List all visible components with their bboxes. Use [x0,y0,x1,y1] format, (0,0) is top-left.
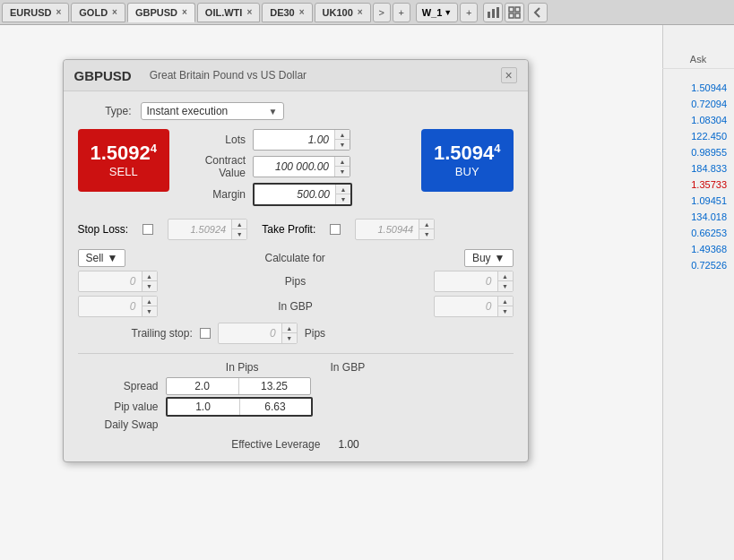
spread-label: Spread [78,380,159,392]
stats-section: In Pips In GBP Spread 2.0 13.25 [78,361,514,431]
trailing-spin-up[interactable]: ▲ [282,323,297,333]
contract-spin-up[interactable]: ▲ [335,157,350,167]
calc-row-gbp: ▲ ▼ In GBP ▲ ▼ [78,296,514,317]
contract-spin-down[interactable]: ▼ [335,167,350,177]
type-select[interactable]: Instant execution ▼ [141,102,284,120]
lots-spin-up[interactable]: ▲ [335,130,350,140]
stop-loss-spin-down[interactable]: ▼ [232,229,246,239]
tab-eurusd-close[interactable]: × [56,7,61,17]
calc-sell-button[interactable]: Sell ▼ [78,249,126,267]
sell-price-sup: 4 [151,142,157,155]
order-dialog: GBPUSD Great Britain Pound vs US Dollar … [63,59,529,462]
effective-leverage-label: Effective Leverage [231,438,320,451]
grid-view-button[interactable] [505,3,524,22]
sell-button[interactable]: 1.50924 SELL [78,129,170,192]
trailing-input[interactable] [219,325,281,341]
gbp-spin-right-down[interactable]: ▼ [498,306,513,316]
buy-button[interactable]: 1.50944 BUY [421,129,514,192]
calc-sell-label: Sell [86,252,104,264]
daily-swap-row: Daily Swap [78,418,514,431]
tab-de30[interactable]: DE30 × [262,3,312,22]
chart-type-button[interactable] [483,3,503,22]
gbp-spin-left-down[interactable]: ▼ [142,306,157,316]
trailing-spin-down[interactable]: ▼ [282,333,297,343]
take-profit-input-group: 1.50944 ▲ ▼ [355,219,435,240]
take-profit-checkbox[interactable] [330,224,341,235]
contract-row: Contract Value ▲ ▼ [178,154,412,179]
calculate-for-label: Calculate for [125,252,464,264]
tab-gold[interactable]: GOLD × [71,3,125,22]
tab-uk100-close[interactable]: × [358,7,363,17]
timeframe-arrow-icon: ▼ [444,3,452,22]
ask-item-8: 134.018 [667,210,730,224]
tab-eurusd[interactable]: EURUSD × [2,3,69,22]
tab-gold-close[interactable]: × [112,7,117,17]
pips-spin-right-down[interactable]: ▼ [498,281,513,291]
tab-oilwti-close[interactable]: × [246,7,252,17]
margin-spin-up[interactable]: ▲ [336,185,350,194]
sl-tp-row: Stop Loss: 1.50924 ▲ ▼ Take Profit: [78,219,514,240]
tab-more-button[interactable]: > [373,3,391,22]
take-profit-spin: ▲ ▼ [419,220,434,239]
buy-label: BUY [455,165,479,178]
gbp-input-left-group: ▲ ▼ [78,296,158,317]
stop-loss-spin: ▲ ▼ [231,220,246,239]
tab-bar: EURUSD × GOLD × GBPUSD × OIL.WTI × DE30 … [0,0,734,25]
tab-de30-close[interactable]: × [299,7,305,17]
ask-item-3: 122.450 [667,129,730,143]
spread-gbp-value: 13.25 [238,378,310,394]
margin-spin-down[interactable]: ▼ [336,194,350,204]
gbp-spin-left-up[interactable]: ▲ [142,297,157,306]
gbp-input-right[interactable] [435,298,497,314]
in-gbp-header: In GBP [331,361,366,374]
tab-eurusd-label: EURUSD [10,7,51,18]
stop-loss-spin-up[interactable]: ▲ [232,220,246,229]
gbp-input-right-group: ▲ ▼ [434,296,514,317]
type-row: Type: Instant execution ▼ [78,102,514,120]
stats-divider [78,353,514,354]
calc-buy-button[interactable]: Buy ▼ [464,249,514,267]
in-pips-header: In Pips [226,361,259,374]
pips-input-left[interactable] [79,273,142,289]
trailing-stop-checkbox[interactable] [200,328,211,339]
margin-spin: ▲ ▼ [335,185,350,204]
margin-input-group: ▲ ▼ [253,183,352,206]
trailing-spin: ▲ ▼ [281,323,297,343]
dialog-subtitle: Great Britain Pound vs US Dollar [150,69,307,82]
nav-back-button[interactable] [528,3,548,22]
stop-loss-checkbox[interactable] [142,224,153,235]
tab-gbpusd[interactable]: GBPUSD × [127,3,195,22]
spread-pips-value: 2.0 [167,378,238,394]
tab-gbpusd-close[interactable]: × [182,7,187,17]
chart-area: GBPUSD Great Britain Pound vs US Dollar … [0,25,662,560]
ask-item-1: 0.72094 [667,97,730,111]
gbp-input-left[interactable] [79,298,142,314]
pip-value-pips-value: 1.0 [168,399,239,415]
pips-input-right[interactable] [435,273,497,289]
margin-input[interactable] [255,186,335,202]
svg-rect-3 [509,7,514,12]
tab-oilwti[interactable]: OIL.WTI × [197,3,260,22]
dialog-close-button[interactable]: × [501,67,517,83]
take-profit-spin-down[interactable]: ▼ [419,229,434,239]
gbp-spin-right-up[interactable]: ▲ [498,297,513,306]
timeframe-selector[interactable]: W_1 ▼ + [416,3,480,22]
pips-spin-left-down[interactable]: ▼ [142,281,157,291]
lots-spin: ▲ ▼ [334,130,350,150]
tab-add-button[interactable]: + [393,3,410,22]
pips-spin-right-up[interactable]: ▲ [498,271,513,281]
pips-spin-left-up[interactable]: ▲ [142,271,157,281]
take-profit-spin-up[interactable]: ▲ [419,220,434,229]
stats-headers: In Pips In GBP [78,361,514,374]
tab-uk100[interactable]: UK100 × [315,3,371,22]
contract-input[interactable] [254,159,334,175]
ask-panel: Ask 1.50944 0.72094 1.08304 122.450 0.98… [662,25,734,560]
contract-label: Contract Value [178,154,246,179]
lots-input[interactable] [254,132,334,148]
timeframe-value: W_1 [422,3,443,22]
dialog-title: GBPUSD [74,68,132,83]
type-select-value: Instant execution [147,105,229,117]
lots-spin-down[interactable]: ▼ [335,140,350,150]
svg-rect-0 [488,12,490,18]
timeframe-add-button[interactable]: + [460,3,478,22]
